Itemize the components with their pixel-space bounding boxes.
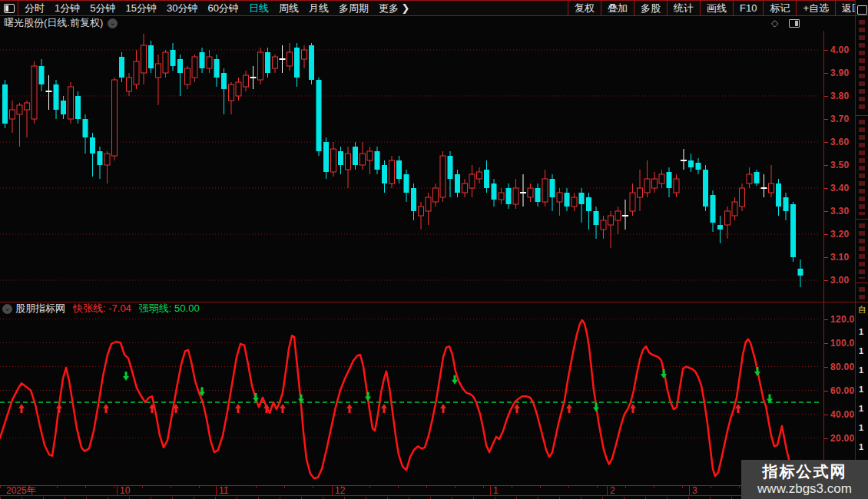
tool-item-标记[interactable]: 标记 (763, 1, 796, 15)
indicator-name[interactable]: 股朋指标网 (15, 302, 65, 316)
menu-item-30分钟[interactable]: 30分钟 (167, 1, 197, 15)
mini-window-icon[interactable] (857, 5, 867, 15)
menu-item-60分钟[interactable]: 60分钟 (207, 1, 238, 15)
right-sidebar-strip[interactable]: 自 1111111 (855, 0, 868, 499)
panel-layout-icon (4, 4, 15, 13)
watermark-url: www.zbgs3.com (757, 481, 852, 497)
trading-app-window: 分时1分钟5分钟15分钟30分钟60分钟日线周线月线多周期更多 ❯ 复权叠加多股… (0, 0, 868, 499)
price-tick-label: 3.90 (830, 68, 850, 78)
panel-layout-button[interactable] (0, 1, 18, 15)
menu-item-日线[interactable]: 日线 (249, 1, 269, 15)
tool-item-叠加[interactable]: 叠加 (601, 1, 634, 15)
month-label: 2 (610, 486, 615, 496)
price-tick-label: 3.50 (830, 160, 850, 170)
menubar: 分时1分钟5分钟15分钟30分钟60分钟日线周线月线多周期更多 ❯ 复权叠加多股… (0, 0, 868, 16)
sidebar-list-item[interactable]: 1 (859, 442, 863, 451)
tool-item-F10[interactable]: F10 (733, 1, 763, 15)
month-label: 12 (335, 486, 345, 496)
chevron-down-icon[interactable]: ⌄ (2, 304, 12, 314)
menu-item-更多 ❯[interactable]: 更多 ❯ (379, 1, 410, 15)
menu-item-多周期[interactable]: 多周期 (339, 1, 369, 15)
sidebar-list-item[interactable]: 1 (859, 404, 863, 413)
menu-item-周线[interactable]: 周线 (279, 1, 299, 15)
sidebar-list-item[interactable]: 1 (859, 365, 863, 375)
sidebar-list-item[interactable]: 1 (859, 346, 863, 355)
watermark-title: 指标公式网 (763, 462, 847, 481)
tool-item-复权[interactable]: 复权 (568, 1, 601, 15)
sidebar-list-item[interactable]: 1 (859, 327, 863, 336)
chevron-down-icon[interactable]: ⌄ (108, 18, 118, 28)
menu-item-月线[interactable]: 月线 (309, 1, 329, 15)
month-label: 3 (692, 486, 697, 496)
indicator-chart[interactable] (0, 315, 823, 485)
price-tick-label: 3.10 (830, 252, 850, 263)
menu-item-5分钟[interactable]: 5分钟 (90, 1, 115, 15)
indicator-tick-label: 40.00 (830, 409, 855, 420)
indicator-tick-label: 60.00 (830, 385, 855, 396)
menu-item-分时[interactable]: 分时 (25, 1, 45, 15)
sidebar-tab-label[interactable]: 自 (858, 304, 866, 316)
tool-item-多股[interactable]: 多股 (634, 1, 667, 15)
indicator-tick-label: 120.0 (830, 314, 855, 325)
titlebar: 曙光股份(日线.前复权) ⌄ (0, 16, 823, 30)
price-tick-label: 3.30 (830, 206, 850, 216)
watermark: 指标公式网 www.zbgs3.com (741, 460, 868, 499)
indicator-header: ⌄ 股朋指标网 快张线: -7.04 强弱线: 50.00 (0, 302, 823, 315)
price-tick-label: 3.40 (830, 183, 850, 193)
price-tick-label: 3.80 (830, 91, 850, 101)
sidebar-list-item[interactable]: 1 (859, 423, 863, 432)
menu-item-1分钟[interactable]: 1分钟 (55, 1, 80, 15)
price-tick-label: 4.00 (830, 45, 850, 55)
stock-title: 曙光股份(日线.前复权) (0, 16, 103, 30)
tool-item-统计[interactable]: 统计 (667, 1, 700, 15)
fast-line-value: 快张线: -7.04 (73, 302, 131, 316)
menu-item-15分钟[interactable]: 15分钟 (125, 1, 156, 15)
price-tick-label: 3.00 (830, 275, 850, 286)
sub-axis (0, 496, 868, 499)
diamond-icon[interactable]: ◇ (771, 18, 778, 28)
month-label: 1 (493, 486, 499, 496)
month-label: 10 (120, 486, 130, 496)
tools-menu: 复权叠加多股统计画线F10标记+自选返回 (568, 1, 868, 15)
price-tick-label: 3.70 (830, 114, 850, 124)
year-label: 2025年 (6, 486, 36, 496)
tool-item-画线[interactable]: 画线 (700, 1, 733, 15)
indicator-tick-label: 80.00 (830, 362, 855, 372)
window-split-icon[interactable] (789, 19, 800, 28)
strength-line-value: 强弱线: 50.00 (139, 302, 200, 316)
price-tick-label: 3.20 (830, 229, 850, 240)
axis-line (823, 31, 824, 496)
tool-item-+自选[interactable]: +自选 (796, 1, 835, 15)
sidebar-list-item[interactable]: 1 (859, 385, 863, 394)
indicator-tick-label: 20.00 (830, 433, 855, 444)
date-axis[interactable]: 2025年 101112123 (0, 485, 868, 496)
main-candlestick-chart[interactable] (0, 31, 823, 302)
price-tick-label: 3.60 (830, 137, 850, 147)
period-menu: 分时1分钟5分钟15分钟30分钟60分钟日线周线月线多周期更多 ❯ (18, 1, 568, 15)
month-label: 11 (219, 486, 228, 496)
indicator-tick-label: 100.0 (830, 338, 855, 349)
